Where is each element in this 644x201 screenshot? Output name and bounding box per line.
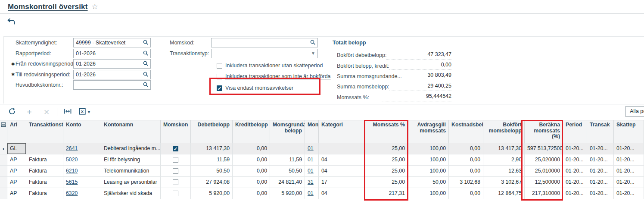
totals-label: Summa momsgrundande... (337, 73, 402, 79)
grid-header-cell-skattep[interactable]: Skattep (614, 120, 644, 143)
konto-link[interactable]: 5020 (66, 157, 78, 163)
momskod-link[interactable]: 01 (308, 145, 314, 151)
lookup-input[interactable]: 49999 - Skatteverket (73, 38, 151, 47)
momskod-link[interactable]: 01 (308, 157, 314, 163)
grid-header-cell-kostnad[interactable]: Kostnadsbelc (449, 120, 483, 143)
grid-checkbox-unchecked[interactable] (173, 157, 178, 163)
konto-link[interactable]: 2641 (66, 145, 78, 151)
lookup-input[interactable]: 01-2026 (73, 70, 151, 79)
grid-toolbar: + ✕ X ▼ (0, 104, 644, 120)
delete-row-button[interactable]: ✕ (38, 107, 55, 118)
page-title: Momskontroll översikt (8, 3, 88, 11)
export-excel-button[interactable]: X ▼ (76, 107, 93, 118)
row-settings-icon[interactable] (1, 122, 6, 143)
search-icon[interactable] (143, 81, 148, 89)
lookup-input[interactable]: 01-2026 (73, 59, 151, 69)
filter-field-row: ✱Från redovisningsperiod:01-2026 (11, 59, 151, 69)
grid-header-cell-ttyp[interactable]: Transaktionst (26, 120, 63, 143)
grid-header-cell-kat[interactable]: Kategori (319, 120, 365, 143)
cell-mom: 01 (305, 143, 319, 154)
cell-beraknad: 25,010000 (525, 166, 563, 176)
page-header: Momskontroll översikt ☆ (0, 0, 644, 14)
checkbox-checked[interactable]: ✓ (217, 85, 222, 91)
cell-period: 01-20... (563, 188, 587, 199)
cell-konto: 6210 (63, 166, 101, 176)
momskod-link[interactable]: 01 (308, 168, 314, 174)
favorite-star-icon[interactable]: ☆ (92, 3, 98, 10)
lookup-input[interactable]: 01-2026 (73, 49, 151, 58)
add-row-button[interactable]: + (21, 107, 38, 118)
fit-width-button[interactable] (59, 107, 76, 118)
grid-header-cell-avdrag[interactable]: Avdragsgill momssats (408, 120, 449, 143)
cell-grund: 5 920,00 (270, 188, 305, 199)
transaktionstyp-row: Transaktionstyp: ▼ (170, 49, 318, 58)
alla-poster-button[interactable]: Alla po (625, 106, 644, 117)
cell-bokfort: 3 102,67 (483, 177, 525, 188)
caret-down-icon[interactable]: ▼ (87, 110, 91, 114)
refresh-button[interactable] (3, 107, 21, 118)
grid-header-cell-konto[interactable]: Konto (63, 120, 101, 143)
chevron-down-icon[interactable]: ▼ (311, 51, 315, 56)
momskod-link[interactable]: 31 (308, 179, 314, 185)
grid-checkbox-unchecked[interactable] (173, 191, 178, 196)
cell-skattep: 01-20... (614, 143, 644, 154)
filter-field-row: Rapportperiod:01-2026 (11, 48, 151, 59)
table-row[interactable]: APFaktura5615Leasing av personbilar27 92… (0, 177, 644, 188)
search-icon[interactable] (143, 50, 148, 57)
cell-mom: 01 (305, 188, 319, 199)
cell-kostnad: 0,00 (449, 188, 483, 199)
momskod-input[interactable] (211, 38, 318, 47)
refresh-icon (9, 108, 16, 116)
grid-header-cell-namn[interactable]: Kontonamn (101, 120, 161, 143)
cell-momssats: 25,00 (365, 177, 408, 188)
cell-bokfort: 12 864,75 (483, 188, 525, 199)
export-excel-icon: X (79, 108, 86, 116)
search-icon[interactable] (310, 39, 315, 47)
grid-header-cell-grund[interactable]: Momsgrunda belopp (270, 120, 305, 143)
grid-header-cell-debet[interactable]: Debetbelopp (191, 120, 233, 143)
grid-header-cell-kredit[interactable]: Kreditbelopp (233, 120, 270, 143)
checkbox-unchecked[interactable] (217, 63, 222, 69)
table-row[interactable]: APFaktura5020El för belysning11,590,0011… (0, 154, 644, 166)
table-row[interactable]: ›GL2641Debiterad ingående m...✓13 417,30… (0, 143, 644, 154)
grid-header-cell-momskon[interactable]: Momskon (161, 120, 191, 143)
cell-ttyp: Faktura (26, 166, 63, 176)
cell-grund: 50,50 (270, 166, 305, 176)
konto-link[interactable]: 5615 (66, 179, 78, 185)
close-x-icon: ✕ (44, 109, 50, 116)
cell-momssats: 217,31 (365, 188, 408, 199)
grid-checkbox-checked[interactable]: ✓ (173, 146, 178, 151)
checkbox-label: Inkludera transaktioner som inte är bokf… (225, 73, 331, 79)
grid-checkbox-unchecked[interactable] (173, 168, 178, 174)
grid-header-cell-arl[interactable]: Arl (7, 120, 26, 143)
grid-header-cell-transak[interactable]: Transak (587, 120, 614, 143)
search-icon[interactable] (143, 71, 148, 79)
cell-momssats: 25,00 (365, 154, 408, 165)
grid-checkbox-unchecked[interactable] (173, 179, 178, 185)
grid-header-cell-momssats[interactable]: Momssats % (365, 120, 408, 143)
lookup-input[interactable] (73, 80, 151, 90)
cell-kredit: 0,00 (233, 143, 270, 154)
cell-konto: 5615 (63, 177, 101, 188)
grid-header-cell-period[interactable]: Period (563, 120, 587, 143)
grid-header-cell-beraknad[interactable]: Beräkna momssats (%) (525, 120, 563, 143)
cell-beraknad: 25,020000 (525, 154, 563, 165)
table-row[interactable]: APFaktura6320Självrisker vid skada5 920,… (0, 188, 644, 199)
konto-link[interactable]: 6320 (66, 190, 78, 196)
back-undo-icon[interactable] (7, 18, 16, 25)
transaktionstyp-select[interactable]: ▼ (211, 49, 318, 58)
filter-field-label: Skattemyndighet: (16, 40, 73, 46)
cell-mom: 01 (305, 154, 319, 165)
search-icon[interactable] (143, 60, 148, 68)
cell-namn: Leasing av personbilar (101, 177, 161, 188)
checkbox-unchecked[interactable] (217, 74, 222, 79)
search-icon[interactable] (143, 39, 148, 47)
table-row[interactable]: APFaktura6210Telekommunikation50,500,005… (0, 166, 644, 177)
grid-header-cell-bokfort[interactable]: Bokfört momsbelopp (483, 120, 525, 143)
momskod-link[interactable]: 01 (308, 190, 314, 196)
cell-ttyp: Faktura (26, 154, 63, 165)
totals-label: Bokfört debetbelopp: (337, 52, 386, 58)
grid-header-cell-mom[interactable]: Mon (305, 120, 319, 143)
totals-value: 29 400,25 (389, 83, 451, 91)
konto-link[interactable]: 6210 (66, 168, 78, 174)
